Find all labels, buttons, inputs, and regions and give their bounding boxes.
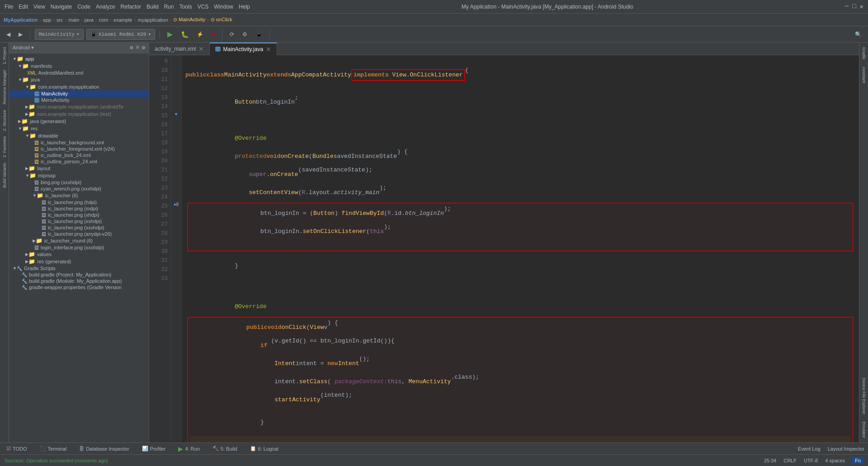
menu-build[interactable]: Build (146, 4, 159, 10)
tree-item-bing[interactable]: 🖼 bing.png (xxxhdpi) (9, 179, 149, 185)
breadcrumb-main[interactable]: main (68, 17, 79, 23)
todo-button[interactable]: ☑ TODO (4, 445, 30, 452)
tree-item-gradle-wrapper[interactable]: 🔧 gradle-wrapper.properties (Gradle Vers… (9, 284, 149, 290)
tree-item-ic-outline-person[interactable]: 🖼 ic_outline_person_24.xml (9, 158, 149, 165)
attach-debugger-button[interactable]: ⚡ (194, 30, 206, 38)
stop-button[interactable]: ■ (209, 30, 217, 38)
tree-item-cyan-wrench[interactable]: 🖼 cyan_wrench.png (xxxhdpi) (9, 185, 149, 192)
tree-item-androidtest[interactable]: ▶ 📁 com.example.myapplication (androidTe (9, 103, 149, 110)
tree-item-java[interactable]: ▼ 📁 java (9, 76, 149, 83)
status-line-ending[interactable]: CRLF (783, 458, 797, 463)
project-collapse-icon[interactable]: ≡ (136, 44, 139, 51)
menu-code[interactable]: Code (77, 4, 90, 10)
close-button[interactable]: ✕ (860, 3, 863, 10)
search-button[interactable]: 🔍 (852, 30, 864, 38)
maximize-button[interactable]: □ (852, 3, 856, 10)
tree-item-res-generated[interactable]: ▶ 📁 res (generated) (9, 258, 149, 265)
build-tool-button[interactable]: 🔨 5: Build (210, 445, 240, 452)
menu-edit[interactable]: Edit (19, 4, 28, 10)
tree-item-manifests[interactable]: ▼ 📁 manifests (9, 62, 149, 70)
minimize-button[interactable]: ─ (845, 3, 849, 10)
gutter-debug-icon-15[interactable]: ● (175, 112, 177, 117)
tree-item-gradle-scripts[interactable]: ▼ 🔧 Gradle Scripts (9, 265, 149, 271)
gutter-lambda-icon[interactable]: @ (176, 202, 179, 207)
menu-window[interactable]: Window (214, 4, 233, 10)
breadcrumb-com[interactable]: com (99, 17, 108, 23)
tab-activity-main-xml[interactable]: activity_main.xml ✕ (149, 43, 210, 55)
favorites-icon[interactable]: 2: Favorites (1, 133, 8, 160)
tree-item-ic-launcher[interactable]: ▼ 📁 ic_launcher (6) (9, 192, 149, 199)
tree-item-values[interactable]: ▶ 📁 values (9, 251, 149, 258)
back-button[interactable]: ◀ (4, 30, 13, 38)
project-tool-window-icon[interactable]: 1: Project (1, 44, 8, 67)
assistant-icon[interactable]: Assistant (861, 64, 867, 86)
menu-run[interactable]: Run (164, 4, 174, 10)
run-config-dropdown[interactable]: MainActivity ▾ (35, 29, 84, 40)
tree-item-build-gradle-module[interactable]: 🔧 build.gradle (Module: My_Application.a… (9, 278, 149, 284)
terminal-button[interactable]: ⬛ Terminal (37, 445, 70, 452)
tree-item-com-example[interactable]: ▼ 📁 com.example.myapplication (9, 83, 149, 90)
project-gear-icon[interactable]: ⚙ (142, 44, 145, 51)
tab-close-mainactivity-java[interactable]: ✕ (266, 46, 271, 53)
tree-item-login-interface[interactable]: 🖼 login_interface.png (xxxhdpi) (9, 244, 149, 251)
tree-item-mipmap[interactable]: ▼ 📁 mipmap (9, 172, 149, 179)
code-editor[interactable]: 9 10 11 12 13 14 15 16 17 18 19 20 21 22… (149, 55, 859, 442)
tree-item-res[interactable]: ▼ 📁 res (9, 125, 149, 132)
breadcrumb-myapplication-pkg[interactable]: myapplication (137, 17, 168, 23)
forward-button[interactable]: ▶ (16, 30, 25, 38)
layout-inspector-link[interactable]: Layout Inspector (828, 446, 864, 452)
tree-item-ic-launcher-anydpi[interactable]: 🖼 ic_launcher.png (anydpi-v26) (9, 231, 149, 237)
tree-item-ic-launcher-xxxhdpi[interactable]: 🖼 ic_launcher.png (xxxhdpi) (9, 224, 149, 231)
project-settings-icon[interactable]: ⚙ (130, 44, 133, 51)
breadcrumb-onclick[interactable]: ⊙ onClick (211, 17, 232, 23)
tree-item-ic-launcher-hdpi[interactable]: 🖼 ic_launcher.png (hdpi) (9, 199, 149, 205)
tree-item-app[interactable]: ▼ 📁 app (9, 55, 149, 62)
tree-item-androidmanifest[interactable]: XML AndroidManifest.xml (9, 70, 149, 76)
sync-button[interactable]: ⟳ (227, 30, 237, 38)
event-log-link[interactable]: Event Log (798, 446, 821, 452)
tab-mainactivity-java[interactable]: C MainActivity.java ✕ (210, 43, 277, 55)
tree-item-ic-outline-lock[interactable]: 🖼 ic_outline_lock_24.xml (9, 152, 149, 158)
tree-item-drawable[interactable]: ▼ 📁 drawable (9, 132, 149, 139)
database-inspector-button[interactable]: 🗄 Database Inspector (76, 445, 132, 452)
breadcrumb-example[interactable]: example (113, 17, 132, 23)
run-tool-button[interactable]: ▶ 4: Run (175, 444, 202, 453)
menu-tools[interactable]: Tools (179, 4, 192, 10)
menu-navigate[interactable]: Navigate (51, 4, 72, 10)
emulator-icon[interactable]: Emulator (861, 419, 867, 441)
device-dropdown[interactable]: 📱 Xiaomi Redmi K20 ▾ (86, 29, 155, 40)
breadcrumb-mainactivity[interactable]: ⊙ MainActivity (173, 17, 205, 23)
tree-item-ic-launcher-xxhdpi[interactable]: 🖼 ic_launcher.png (xxhdpi) (9, 218, 149, 224)
avd-manager-button[interactable]: 📱 (253, 30, 265, 38)
debug-button[interactable]: 🐛 (178, 30, 191, 39)
tree-item-ic-launcher-fg[interactable]: 🖼 ic_launcher_foreground.xml (v24) (9, 146, 149, 152)
tree-item-test[interactable]: ▶ 📁 com.example.myapplication (test) (9, 110, 149, 118)
tree-item-build-gradle-project[interactable]: 🔧 build.gradle (Project: My_Application) (9, 271, 149, 278)
code-content[interactable]: public class MainActivity extends AppCom… (182, 55, 859, 442)
tree-item-ic-launcher-mdpi[interactable]: 🖼 ic_launcher.png (mdpi) (9, 205, 149, 212)
breadcrumb-src[interactable]: src (57, 17, 63, 23)
tab-close-activity-main-xml[interactable]: ✕ (198, 45, 204, 52)
status-indent[interactable]: 4 spaces (825, 458, 845, 463)
tree-item-ic-launcher-xhdpi[interactable]: 🖼 ic_launcher.png (xhdpi) (9, 212, 149, 218)
tree-item-java-generated[interactable]: ▶ 📁 java (generated) (9, 118, 149, 125)
menu-view[interactable]: View (33, 4, 45, 10)
tree-item-ic-launcher-round[interactable]: ▶ 📁 ic_launcher_round (6) (9, 237, 149, 244)
menu-bar[interactable]: File Edit View Navigate Code Analyze Ref… (5, 4, 250, 10)
menu-refactor[interactable]: Refactor (121, 4, 141, 10)
breadcrumb-app[interactable]: app (43, 17, 51, 23)
menu-help[interactable]: Help (239, 4, 250, 10)
gradle-icon[interactable]: Gradle (861, 44, 867, 62)
breadcrumb-myapplication[interactable]: MyApplication (4, 17, 38, 23)
build-variants-icon[interactable]: Build Variants (1, 160, 8, 190)
tree-item-ic-launcher-bg[interactable]: 🖼 ic_launcher_background.xml (9, 139, 149, 146)
resource-manager-icon[interactable]: Resource Manager (1, 67, 8, 107)
status-charset[interactable]: UTF-8 (804, 458, 818, 463)
tree-item-layout[interactable]: ▶ 📁 layout (9, 165, 149, 172)
tree-item-menuactivity[interactable]: C MenuActivity (9, 97, 149, 103)
logcat-button[interactable]: 📋 6: Logcat (247, 445, 281, 452)
device-file-explorer-icon[interactable]: Device File Explorer (861, 375, 867, 417)
project-panel-actions[interactable]: ⚙ ≡ ⚙ (130, 44, 145, 51)
profiler-button[interactable]: 📊 Profiler (139, 445, 169, 452)
tree-item-mainactivity[interactable]: C MainActivity (9, 90, 149, 97)
